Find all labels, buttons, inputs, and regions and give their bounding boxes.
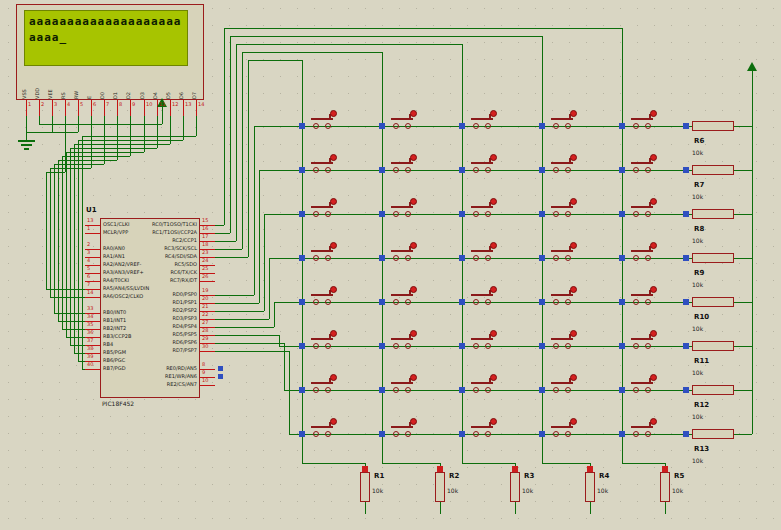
lcd-pin-number: 5 (80, 102, 83, 107)
push-button[interactable] (306, 108, 340, 132)
push-button[interactable] (306, 416, 340, 440)
button-terminal-marker (299, 167, 305, 173)
push-button[interactable] (386, 152, 420, 176)
push-button[interactable] (386, 416, 420, 440)
wire-segment (734, 434, 752, 435)
push-button[interactable] (626, 328, 660, 352)
push-button[interactable] (546, 240, 580, 264)
resistor-terminal-marker (512, 466, 518, 472)
button-terminal-marker (619, 123, 625, 129)
push-button[interactable] (546, 416, 580, 440)
resistor-body[interactable] (692, 429, 734, 439)
push-button[interactable] (466, 152, 500, 176)
push-button[interactable] (546, 196, 580, 220)
lcd-pin-label: VSS (22, 72, 27, 99)
push-button[interactable] (386, 328, 420, 352)
wire-segment (215, 351, 289, 352)
mcu-pin-label: RD1/PSP1 (102, 300, 197, 305)
wire-segment (242, 52, 243, 249)
push-button[interactable] (466, 108, 500, 132)
button-terminal-marker (619, 431, 625, 437)
push-button[interactable] (386, 240, 420, 264)
push-button[interactable] (386, 284, 420, 308)
push-button[interactable] (546, 108, 580, 132)
terminal-marker (218, 366, 223, 371)
push-button[interactable] (466, 416, 500, 440)
resistor-terminal-marker (587, 466, 593, 472)
push-button[interactable] (626, 196, 660, 220)
resistor-body[interactable] (692, 385, 734, 395)
wire-segment (215, 319, 269, 320)
ground-icon (24, 148, 29, 150)
power-terminal-icon[interactable] (747, 62, 757, 71)
push-button[interactable] (306, 196, 340, 220)
wire-segment (236, 44, 462, 45)
push-button[interactable] (626, 152, 660, 176)
resistor-body[interactable] (692, 165, 734, 175)
wire-segment (752, 71, 753, 434)
mcu-pin-number: 1 (87, 226, 90, 231)
push-button[interactable] (386, 372, 420, 396)
mcu-pin-number: 24 (202, 258, 208, 263)
wire-segment (78, 140, 79, 361)
push-button[interactable] (386, 196, 420, 220)
button-terminal-marker (619, 255, 625, 261)
push-button[interactable] (466, 372, 500, 396)
wire-segment (269, 258, 270, 319)
mcu-pin-number: 7 (87, 282, 90, 287)
wire-segment (230, 36, 231, 233)
push-button[interactable] (306, 240, 340, 264)
resistor-body[interactable] (660, 472, 670, 502)
resistor-body[interactable] (692, 253, 734, 263)
push-button[interactable] (626, 240, 660, 264)
wire-segment (665, 502, 666, 514)
resistor-terminal-marker (683, 431, 689, 437)
resistor-body[interactable] (435, 472, 445, 502)
mcu-pin-number: 9 (202, 370, 205, 375)
push-button[interactable] (306, 372, 340, 396)
resistor-body[interactable] (692, 297, 734, 307)
lcd-line1: aaaaaaaaaaaaaaaaaaaa (29, 16, 181, 27)
resistor-value: 10k (597, 488, 608, 494)
push-button[interactable] (466, 328, 500, 352)
mcu-pin-label: RC0/T1OSO/T1CKI (102, 222, 197, 227)
push-button[interactable] (466, 284, 500, 308)
push-button[interactable] (626, 372, 660, 396)
wire-segment (78, 140, 183, 141)
push-button[interactable] (466, 196, 500, 220)
push-button[interactable] (626, 108, 660, 132)
resistor-ref: R12 (694, 402, 709, 409)
push-button[interactable] (546, 328, 580, 352)
resistor-body[interactable] (585, 472, 595, 502)
mcu-pin-number: 3 (87, 250, 90, 255)
resistor-value: 10k (692, 326, 703, 332)
resistor-body[interactable] (360, 472, 370, 502)
resistor-body[interactable] (692, 121, 734, 131)
resistor-body[interactable] (692, 209, 734, 219)
push-button[interactable] (306, 152, 340, 176)
button-terminal-marker (299, 255, 305, 261)
resistor-value: 10k (672, 488, 683, 494)
push-button[interactable] (466, 240, 500, 264)
push-button[interactable] (306, 328, 340, 352)
mcu-pin-label: RD2/PSP2 (102, 308, 197, 313)
wire-segment (162, 107, 163, 124)
resistor-ref: R2 (449, 473, 459, 480)
push-button[interactable] (306, 284, 340, 308)
push-button[interactable] (626, 284, 660, 308)
wire-segment (54, 164, 55, 313)
ground-icon[interactable] (18, 140, 35, 142)
resistor-terminal-marker (683, 343, 689, 349)
push-button[interactable] (546, 284, 580, 308)
wire-segment (26, 116, 27, 140)
resistor-body[interactable] (510, 472, 520, 502)
push-button[interactable] (386, 108, 420, 132)
push-button[interactable] (546, 372, 580, 396)
resistor-ref: R5 (674, 473, 684, 480)
resistor-body[interactable] (692, 341, 734, 351)
mcu-pin-number: 33 (87, 306, 93, 311)
wire-segment (215, 327, 274, 328)
push-button[interactable] (546, 152, 580, 176)
push-button[interactable] (626, 416, 660, 440)
button-terminal-marker (619, 167, 625, 173)
